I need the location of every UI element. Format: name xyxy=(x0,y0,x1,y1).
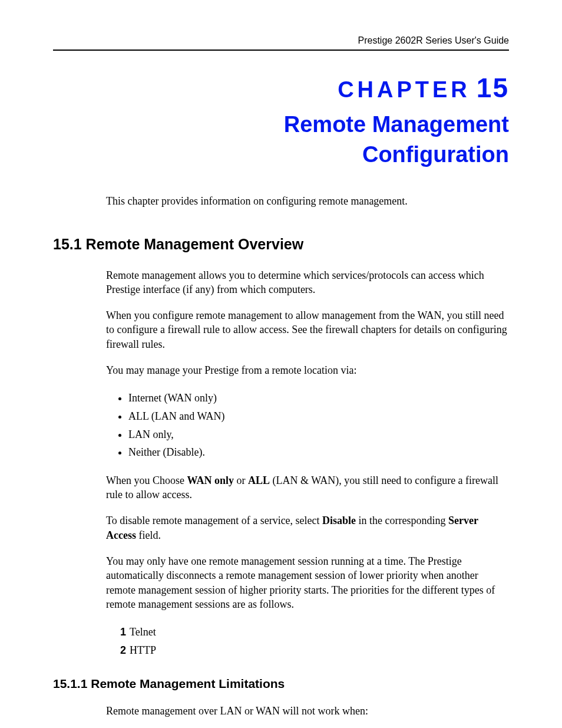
running-header: Prestige 2602R Series User's Guide xyxy=(53,35,509,51)
text-run: When you Choose xyxy=(106,475,187,486)
text-run: or xyxy=(234,475,248,486)
paragraph: When you configure remote management to … xyxy=(106,308,509,351)
paragraph: When you Choose WAN only or ALL (LAN & W… xyxy=(106,473,509,502)
chapter-title-line1: Remote Management xyxy=(284,112,509,137)
paragraph: To disable remote management of a servic… xyxy=(106,513,509,542)
numbered-list: 1Telnet 2HTTP xyxy=(106,623,509,659)
list-item: LAN only, xyxy=(128,426,509,444)
chapter-intro: This chapter provides information on con… xyxy=(106,195,509,207)
list-item: 2HTTP xyxy=(120,641,509,660)
paragraph: Remote management allows you to determin… xyxy=(106,268,509,297)
chapter-kicker-row: CHAPTER 15 xyxy=(53,72,509,104)
subsection-body: Remote management over LAN or WAN will n… xyxy=(106,704,509,718)
chapter-title-line2: Configuration xyxy=(362,142,509,167)
chapter-heading: CHAPTER 15 Remote Management Configurati… xyxy=(53,72,509,170)
chapter-title: Remote Management Configuration xyxy=(53,110,509,170)
page: Prestige 2602R Series User's Guide CHAPT… xyxy=(0,0,562,728)
text-run: in the corresponding xyxy=(356,515,448,526)
paragraph: You may only have one remote management … xyxy=(106,554,509,611)
list-item: 1Telnet xyxy=(120,623,509,641)
subsection-heading-15-1-1: 15.1.1 Remote Management Limitations xyxy=(53,677,509,691)
text-run: To disable remote management of a servic… xyxy=(106,515,322,526)
list-text: HTTP xyxy=(130,644,156,656)
text-run: field. xyxy=(136,529,161,541)
chapter-number: 15 xyxy=(477,73,509,103)
list-item: Internet (WAN only) xyxy=(128,389,509,407)
bold-text: Disable xyxy=(322,515,356,526)
bold-text: ALL xyxy=(248,475,270,486)
section-body: Remote management allows you to determin… xyxy=(106,268,509,660)
list-number: 1 xyxy=(120,626,126,638)
bullet-list: Internet (WAN only) ALL (LAN and WAN) LA… xyxy=(106,389,509,461)
paragraph: You may manage your Prestige from a remo… xyxy=(106,363,509,377)
list-item: ALL (LAN and WAN) xyxy=(128,407,509,426)
bold-text: WAN only xyxy=(187,475,234,486)
list-item: Neither (Disable). xyxy=(128,443,509,462)
paragraph: Remote management over LAN or WAN will n… xyxy=(106,704,509,718)
section-heading-15-1: 15.1 Remote Management Overview xyxy=(53,236,509,253)
chapter-kicker: CHAPTER xyxy=(338,77,471,102)
list-number: 2 xyxy=(120,644,126,656)
list-text: Telnet xyxy=(130,626,156,638)
